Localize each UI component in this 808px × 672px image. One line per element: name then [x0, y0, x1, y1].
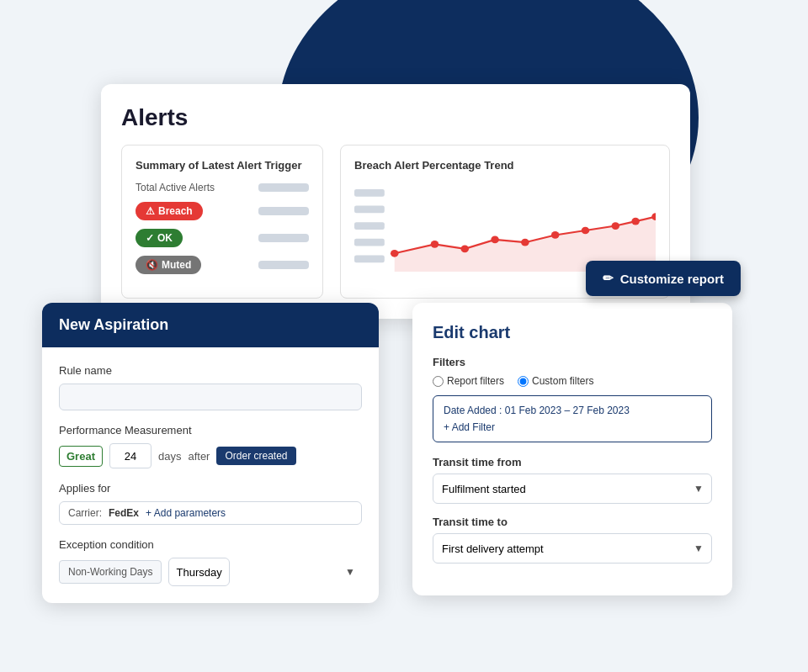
custom-filters-input[interactable]: [518, 376, 529, 387]
report-filters-input[interactable]: [433, 376, 444, 387]
ok-icon: ✓: [146, 232, 154, 244]
report-filters-radio[interactable]: Report filters: [433, 375, 504, 387]
svg-point-6: [431, 241, 439, 248]
fedex-value: FedEx: [109, 507, 139, 519]
summary-ok-row: ✓ OK: [136, 229, 309, 247]
svg-point-11: [582, 227, 590, 235]
applies-label: Applies for: [59, 482, 362, 495]
transit-to-section: Transit time to First delivery attempt ▼: [433, 516, 712, 564]
summary-breach-row: ⚠ Breach: [136, 202, 309, 220]
perf-days-input[interactable]: [109, 443, 152, 468]
filters-label: Filters: [433, 356, 712, 368]
add-filter-button[interactable]: + Add Filter: [444, 421, 701, 433]
edit-chart-title: Edit chart: [433, 323, 712, 342]
exception-label: Exception condition: [59, 538, 362, 551]
custom-filters-radio[interactable]: Custom filters: [518, 375, 593, 387]
transit-from-select[interactable]: Fulfilment started: [433, 474, 712, 504]
muted-icon: 🔇: [146, 259, 158, 271]
order-created-button[interactable]: Order created: [216, 447, 295, 465]
radio-row: Report filters Custom filters: [433, 375, 712, 387]
alerts-title: Alerts: [121, 104, 670, 131]
summary-box: Summary of Latest Alert Trigger Total Ac…: [121, 145, 323, 299]
perf-row: Great days after Order created: [59, 443, 362, 468]
pencil-icon: ✏: [603, 271, 614, 286]
svg-rect-1: [354, 206, 385, 214]
customize-report-button[interactable]: ✏ Customize report: [586, 261, 741, 296]
summary-muted-row: 🔇 Muted: [136, 256, 309, 274]
svg-point-7: [460, 245, 469, 252]
non-working-days-label: Non-Working Days: [59, 560, 162, 584]
perf-great: Great: [59, 446, 103, 467]
ok-bar: [258, 234, 309, 242]
aspiration-header: New Aspiration: [42, 303, 379, 347]
add-parameters-button[interactable]: + Add parameters: [146, 507, 226, 519]
svg-rect-2: [354, 222, 385, 230]
muted-badge: 🔇 Muted: [136, 256, 201, 274]
aspiration-body: Rule name Performance Measurement Great …: [42, 347, 379, 603]
svg-point-8: [491, 236, 499, 244]
breach-bar: [258, 207, 309, 215]
day-select-wrapper: Thursday ▼: [168, 558, 362, 586]
total-label: Total Active Alerts: [136, 182, 215, 193]
transit-to-wrapper: First delivery attempt ▼: [433, 533, 712, 564]
transit-from-label: Transit time from: [433, 456, 712, 468]
date-filter-text: Date Added : 01 Feb 2023 – 27 Feb 2023: [444, 405, 701, 416]
exception-row: Non-Working Days Thursday ▼: [59, 558, 362, 586]
svg-point-10: [551, 231, 560, 239]
trend-title: Breach Alert Percentage Trend: [354, 159, 656, 172]
ok-badge: ✓ OK: [136, 229, 183, 247]
svg-point-5: [391, 250, 399, 257]
total-bar: [258, 183, 309, 192]
summary-total-row: Total Active Alerts: [136, 182, 309, 193]
carrier-label: Carrier:: [68, 507, 102, 519]
filters-section: Filters Report filters Custom filters Da…: [433, 356, 712, 442]
svg-rect-4: [354, 255, 385, 262]
transit-to-select[interactable]: First delivery attempt: [433, 533, 712, 564]
transit-from-wrapper: Fulfilment started ▼: [433, 474, 712, 504]
svg-rect-3: [354, 239, 385, 246]
date-filter-box: Date Added : 01 Feb 2023 – 27 Feb 2023 +…: [433, 395, 712, 442]
transit-to-label: Transit time to: [433, 516, 712, 528]
svg-point-13: [631, 218, 640, 225]
perf-after-label: after: [188, 450, 210, 463]
svg-point-12: [611, 222, 619, 230]
svg-point-9: [521, 239, 529, 246]
svg-rect-0: [354, 189, 385, 197]
transit-from-section: Transit time from Fulfilment started ▼: [433, 456, 712, 504]
breach-icon: ⚠: [146, 205, 155, 217]
day-select[interactable]: Thursday: [168, 558, 230, 586]
edit-chart-card: Edit chart Filters Report filters Custom…: [412, 303, 732, 595]
summary-title: Summary of Latest Alert Trigger: [136, 159, 309, 172]
applies-row: Carrier: FedEx + Add parameters: [59, 501, 362, 525]
chevron-down-icon: ▼: [345, 566, 355, 578]
perf-days-label: days: [158, 450, 181, 463]
rule-name-input[interactable]: [59, 384, 362, 410]
aspiration-card: New Aspiration Rule name Performance Mea…: [42, 303, 379, 603]
muted-bar: [258, 261, 309, 269]
perf-label: Performance Measurement: [59, 424, 362, 437]
breach-badge: ⚠ Breach: [136, 202, 203, 220]
rule-name-label: Rule name: [59, 364, 362, 377]
